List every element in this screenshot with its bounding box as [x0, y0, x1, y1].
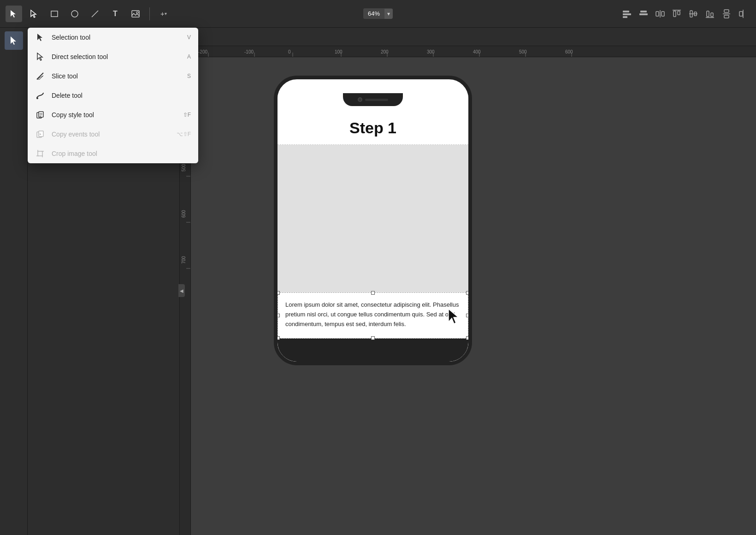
slice-tool-icon — [35, 71, 45, 81]
menu-item-slice[interactable]: Slice tool S — [28, 66, 198, 86]
ruler-top: -200 -100 0 100 200 300 400 500 600 — [180, 46, 756, 57]
selection-handle-br — [466, 336, 470, 340]
selection-handle-tm — [371, 291, 375, 295]
svg-text:500: 500 — [181, 164, 186, 172]
selection-handle-ml — [276, 314, 280, 317]
selection-tool-btn[interactable] — [6, 6, 22, 22]
arrange-btn[interactable] — [736, 6, 750, 21]
svg-rect-26 — [739, 12, 743, 16]
svg-rect-22 — [724, 10, 729, 12]
svg-text:600: 600 — [181, 210, 186, 218]
svg-text:700: 700 — [181, 256, 186, 264]
menu-shortcut-direct: A — [187, 54, 191, 60]
image-tool-btn[interactable] — [127, 6, 144, 22]
align-middle-btn[interactable] — [686, 6, 701, 21]
phone-step-header: Step 1 — [278, 110, 468, 145]
rectangle-tool-btn[interactable] — [46, 6, 63, 22]
svg-text:100: 100 — [335, 49, 343, 54]
svg-rect-10 — [656, 12, 659, 16]
panel-collapse-btn[interactable]: ◀ — [178, 284, 185, 297]
svg-rect-14 — [673, 11, 676, 17]
copy-events-tool-icon — [35, 129, 45, 139]
menu-item-copy-style[interactable]: Copy style tool ⇧F — [28, 105, 198, 125]
svg-rect-7 — [623, 16, 627, 18]
svg-text:-100: -100 — [244, 49, 254, 54]
align-center-btn[interactable] — [636, 6, 651, 21]
left-select-btn[interactable] — [5, 31, 23, 50]
svg-point-1 — [71, 11, 78, 17]
svg-text:200: 200 — [381, 49, 389, 54]
zoom-value: 64% — [363, 8, 384, 19]
selection-handle-bm — [371, 336, 375, 340]
svg-rect-33 — [38, 151, 42, 156]
menu-item-selection[interactable]: Selection tool V — [28, 28, 198, 47]
menu-item-direct-selection[interactable]: Direct selection tool A — [28, 47, 198, 66]
svg-rect-9 — [639, 13, 648, 15]
menu-label-copy-style: Copy style tool — [52, 111, 177, 119]
svg-rect-43 — [180, 46, 756, 57]
text-tool-btn[interactable]: T — [107, 6, 124, 22]
selection-handle-bl — [276, 336, 280, 340]
svg-rect-5 — [623, 11, 629, 12]
svg-rect-32 — [39, 131, 43, 137]
svg-point-28 — [36, 97, 38, 99]
selection-handle-mr — [466, 314, 470, 317]
phone-lorem-text: Lorem ipsum dolor sit amet, consectetur … — [285, 300, 461, 329]
zoom-control-group: 64% ▾ — [363, 8, 393, 19]
menu-shortcut-copy-events: ⌥⇧F — [177, 131, 191, 137]
svg-point-4 — [136, 12, 138, 13]
phone-notch-area — [278, 93, 468, 110]
phone-speaker — [365, 99, 388, 101]
menu-item-copy-events[interactable]: Copy events tool ⌥⇧F — [28, 125, 198, 144]
delete-tool-icon — [35, 90, 45, 101]
selection-handle-tr — [466, 291, 470, 295]
menu-label-crop: Crop image tool — [52, 150, 184, 157]
right-toolbar — [620, 6, 750, 21]
selection-tool-icon — [35, 32, 45, 42]
canvas-area[interactable]: Step 1 Lorem ipsum dolor sit amet, conse… — [191, 57, 756, 535]
svg-text:400: 400 — [473, 49, 481, 54]
top-toolbar: T + ▾ 64% ▾ — [0, 0, 756, 28]
cursor-indicator — [446, 308, 463, 328]
copy-style-tool-icon — [35, 110, 45, 120]
ellipse-tool-btn[interactable] — [66, 6, 83, 22]
menu-shortcut-slice: S — [187, 73, 191, 79]
distribute-v-btn[interactable] — [719, 6, 734, 21]
phone-step-title: Step 1 — [278, 119, 468, 137]
svg-rect-23 — [724, 15, 729, 18]
direct-selection-tool-icon — [35, 52, 45, 62]
phone-frame: Step 1 Lorem ipsum dolor sit amet, conse… — [274, 76, 472, 365]
distribute-h-btn[interactable] — [653, 6, 667, 21]
align-left-btn[interactable] — [620, 6, 634, 21]
svg-text:500: 500 — [519, 49, 527, 54]
menu-item-crop[interactable]: Crop image tool — [28, 144, 198, 163]
phone-notch — [343, 93, 403, 106]
svg-rect-8 — [640, 11, 647, 12]
phone-bottom-bar — [278, 339, 468, 362]
svg-text:600: 600 — [565, 49, 573, 54]
svg-rect-6 — [623, 13, 631, 15]
line-tool-btn[interactable] — [87, 6, 103, 22]
menu-item-delete[interactable]: Delete tool — [28, 86, 198, 105]
svg-rect-0 — [51, 11, 58, 17]
svg-rect-11 — [662, 12, 664, 16]
phone-text-box[interactable]: Lorem ipsum dolor sit amet, consectetur … — [278, 292, 468, 339]
zoom-dropdown-btn[interactable]: ▾ — [384, 9, 393, 19]
left-toolbar — [0, 28, 28, 535]
zoom-control[interactable]: 64% ▾ — [363, 8, 393, 19]
svg-line-2 — [92, 11, 98, 17]
toolbar-sep-1 — [149, 7, 150, 20]
dropdown-menu: Selection tool V Direct selection tool A… — [28, 28, 198, 163]
align-bottom-btn[interactable] — [703, 6, 717, 21]
svg-rect-15 — [678, 11, 680, 15]
menu-shortcut-copy-style: ⇧F — [183, 112, 191, 118]
add-tool-btn[interactable]: + ▾ — [155, 6, 172, 22]
menu-label-slice: Slice tool — [52, 72, 181, 80]
phone-image-placeholder — [278, 145, 468, 292]
menu-label-direct: Direct selection tool — [52, 53, 181, 60]
phone-container: Step 1 Lorem ipsum dolor sit amet, conse… — [274, 76, 472, 365]
phone-content: Step 1 Lorem ipsum dolor sit amet, conse… — [278, 110, 468, 362]
align-top-btn[interactable] — [669, 6, 684, 21]
direct-select-tool-btn[interactable] — [26, 6, 42, 22]
svg-text:0: 0 — [288, 49, 291, 54]
